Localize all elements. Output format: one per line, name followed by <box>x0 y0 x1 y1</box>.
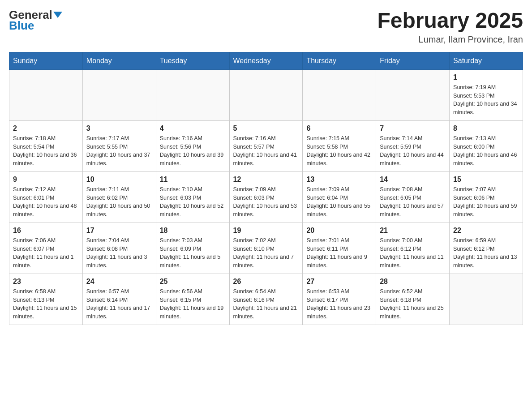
table-row: 6Sunrise: 7:15 AMSunset: 5:58 PMDaylight… <box>303 120 376 171</box>
table-row: 13Sunrise: 7:09 AMSunset: 6:04 PMDayligh… <box>303 171 376 223</box>
day-info: Sunrise: 6:54 AMSunset: 6:16 PMDaylight:… <box>233 287 299 321</box>
day-number: 16 <box>13 227 79 235</box>
day-info: Sunrise: 7:13 AMSunset: 6:00 PMDaylight:… <box>453 134 519 168</box>
day-info: Sunrise: 7:15 AMSunset: 5:58 PMDaylight:… <box>306 134 372 168</box>
day-number: 22 <box>453 227 519 235</box>
day-number: 2 <box>13 124 79 133</box>
table-row: 23Sunrise: 6:58 AMSunset: 6:13 PMDayligh… <box>9 274 83 325</box>
day-number: 19 <box>233 227 299 235</box>
table-row: 2Sunrise: 7:18 AMSunset: 5:54 PMDaylight… <box>9 120 83 171</box>
table-row: 11Sunrise: 7:10 AMSunset: 6:03 PMDayligh… <box>156 171 229 223</box>
calendar-week-row: 2Sunrise: 7:18 AMSunset: 5:54 PMDaylight… <box>9 120 523 171</box>
table-row <box>303 69 376 120</box>
day-info: Sunrise: 6:58 AMSunset: 6:13 PMDaylight:… <box>13 287 79 321</box>
table-row: 21Sunrise: 7:00 AMSunset: 6:12 PMDayligh… <box>376 223 450 274</box>
col-thursday: Thursday <box>303 52 376 69</box>
day-info: Sunrise: 7:16 AMSunset: 5:57 PMDaylight:… <box>233 134 299 168</box>
day-info: Sunrise: 6:52 AMSunset: 6:18 PMDaylight:… <box>380 287 446 321</box>
table-row: 10Sunrise: 7:11 AMSunset: 6:02 PMDayligh… <box>82 171 156 223</box>
table-row <box>376 69 450 120</box>
day-number: 3 <box>86 124 152 133</box>
col-wednesday: Wednesday <box>229 52 303 69</box>
table-row: 20Sunrise: 7:01 AMSunset: 6:11 PMDayligh… <box>303 223 376 274</box>
calendar-header-row: Sunday Monday Tuesday Wednesday Thursday… <box>9 52 523 69</box>
table-row: 24Sunrise: 6:57 AMSunset: 6:14 PMDayligh… <box>82 274 156 325</box>
table-row <box>156 69 229 120</box>
day-info: Sunrise: 7:19 AMSunset: 5:53 PMDaylight:… <box>453 83 519 117</box>
calendar-week-row: 9Sunrise: 7:12 AMSunset: 6:01 PMDaylight… <box>9 171 523 223</box>
day-info: Sunrise: 7:02 AMSunset: 6:10 PMDaylight:… <box>233 236 299 270</box>
day-number: 23 <box>13 278 79 286</box>
col-tuesday: Tuesday <box>156 52 229 69</box>
day-info: Sunrise: 7:16 AMSunset: 5:56 PMDaylight:… <box>160 134 226 168</box>
day-number: 21 <box>380 227 446 235</box>
table-row: 26Sunrise: 6:54 AMSunset: 6:16 PMDayligh… <box>229 274 303 325</box>
calendar-week-row: 16Sunrise: 7:06 AMSunset: 6:07 PMDayligh… <box>9 223 523 274</box>
day-number: 27 <box>306 278 372 286</box>
day-number: 26 <box>233 278 299 286</box>
calendar-week-row: 23Sunrise: 6:58 AMSunset: 6:13 PMDayligh… <box>9 274 523 325</box>
day-info: Sunrise: 7:09 AMSunset: 6:04 PMDaylight:… <box>306 185 372 219</box>
day-info: Sunrise: 7:07 AMSunset: 6:06 PMDaylight:… <box>453 185 519 219</box>
table-row <box>9 69 83 120</box>
table-row: 27Sunrise: 6:53 AMSunset: 6:17 PMDayligh… <box>303 274 376 325</box>
table-row: 22Sunrise: 6:59 AMSunset: 6:12 PMDayligh… <box>450 223 523 274</box>
col-saturday: Saturday <box>450 52 523 69</box>
title-area: February 2025 Lumar, Ilam Province, Iran <box>377 9 523 45</box>
day-number: 11 <box>160 176 226 184</box>
table-row: 18Sunrise: 7:03 AMSunset: 6:09 PMDayligh… <box>156 223 229 274</box>
calendar-week-row: 1Sunrise: 7:19 AMSunset: 5:53 PMDaylight… <box>9 69 523 120</box>
col-friday: Friday <box>376 52 450 69</box>
table-row <box>82 69 156 120</box>
day-info: Sunrise: 6:57 AMSunset: 6:14 PMDaylight:… <box>86 287 152 321</box>
table-row <box>229 69 303 120</box>
day-info: Sunrise: 6:56 AMSunset: 6:15 PMDaylight:… <box>160 287 226 321</box>
table-row: 9Sunrise: 7:12 AMSunset: 6:01 PMDaylight… <box>9 171 83 223</box>
table-row: 28Sunrise: 6:52 AMSunset: 6:18 PMDayligh… <box>376 274 450 325</box>
day-number: 6 <box>306 124 372 133</box>
day-number: 28 <box>380 278 446 286</box>
table-row: 5Sunrise: 7:16 AMSunset: 5:57 PMDaylight… <box>229 120 303 171</box>
col-monday: Monday <box>82 52 156 69</box>
day-info: Sunrise: 7:08 AMSunset: 6:05 PMDaylight:… <box>380 185 446 219</box>
day-info: Sunrise: 7:06 AMSunset: 6:07 PMDaylight:… <box>13 236 79 270</box>
day-number: 5 <box>233 124 299 133</box>
logo: General Blue <box>9 9 62 33</box>
day-number: 9 <box>13 176 79 184</box>
day-number: 8 <box>453 124 519 133</box>
day-number: 17 <box>86 227 152 235</box>
day-info: Sunrise: 7:18 AMSunset: 5:54 PMDaylight:… <box>13 134 79 168</box>
day-number: 14 <box>380 176 446 184</box>
table-row: 7Sunrise: 7:14 AMSunset: 5:59 PMDaylight… <box>376 120 450 171</box>
day-number: 10 <box>86 176 152 184</box>
day-info: Sunrise: 7:11 AMSunset: 6:02 PMDaylight:… <box>86 185 152 219</box>
day-number: 1 <box>453 73 519 81</box>
table-row: 3Sunrise: 7:17 AMSunset: 5:55 PMDaylight… <box>82 120 156 171</box>
day-number: 12 <box>233 176 299 184</box>
table-row: 17Sunrise: 7:04 AMSunset: 6:08 PMDayligh… <box>82 223 156 274</box>
day-number: 15 <box>453 176 519 184</box>
day-info: Sunrise: 6:59 AMSunset: 6:12 PMDaylight:… <box>453 236 519 270</box>
table-row <box>450 274 523 325</box>
table-row: 8Sunrise: 7:13 AMSunset: 6:00 PMDaylight… <box>450 120 523 171</box>
page-header: General Blue February 2025 Lumar, Ilam P… <box>9 9 523 45</box>
logo-blue: Blue <box>9 19 34 33</box>
calendar-table: Sunday Monday Tuesday Wednesday Thursday… <box>9 52 523 325</box>
day-info: Sunrise: 7:14 AMSunset: 5:59 PMDaylight:… <box>380 134 446 168</box>
day-number: 20 <box>306 227 372 235</box>
table-row: 19Sunrise: 7:02 AMSunset: 6:10 PMDayligh… <box>229 223 303 274</box>
day-info: Sunrise: 7:10 AMSunset: 6:03 PMDaylight:… <box>160 185 226 219</box>
day-number: 13 <box>306 176 372 184</box>
table-row: 4Sunrise: 7:16 AMSunset: 5:56 PMDaylight… <box>156 120 229 171</box>
day-number: 25 <box>160 278 226 286</box>
day-info: Sunrise: 7:09 AMSunset: 6:03 PMDaylight:… <box>233 185 299 219</box>
day-info: Sunrise: 6:53 AMSunset: 6:17 PMDaylight:… <box>306 287 372 321</box>
month-title: February 2025 <box>377 9 523 33</box>
location: Lumar, Ilam Province, Iran <box>377 34 523 45</box>
day-number: 18 <box>160 227 226 235</box>
table-row: 16Sunrise: 7:06 AMSunset: 6:07 PMDayligh… <box>9 223 83 274</box>
day-info: Sunrise: 7:12 AMSunset: 6:01 PMDaylight:… <box>13 185 79 219</box>
table-row: 25Sunrise: 6:56 AMSunset: 6:15 PMDayligh… <box>156 274 229 325</box>
table-row: 14Sunrise: 7:08 AMSunset: 6:05 PMDayligh… <box>376 171 450 223</box>
table-row: 1Sunrise: 7:19 AMSunset: 5:53 PMDaylight… <box>450 69 523 120</box>
